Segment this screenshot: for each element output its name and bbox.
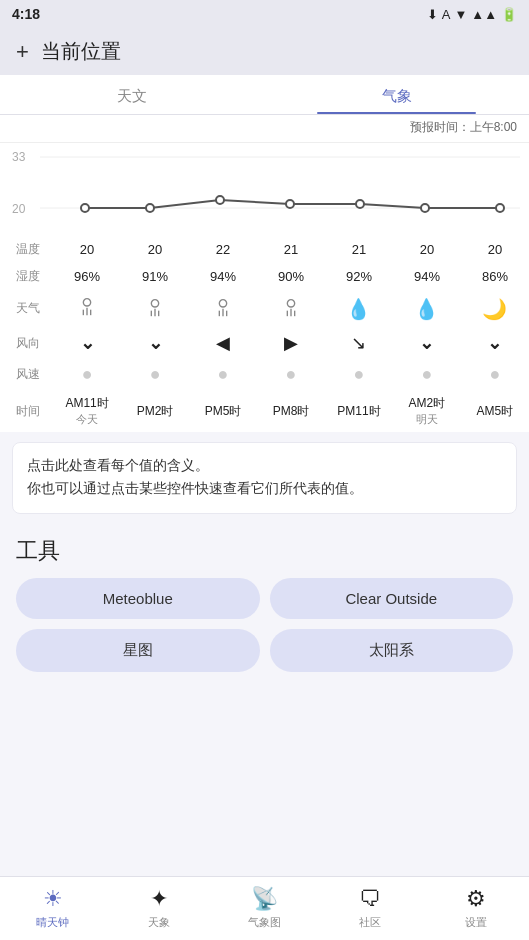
wind-speed-cell: ●	[189, 359, 257, 390]
nav-community[interactable]: 🗨 社区	[317, 886, 423, 930]
bottom-navigation: ☀ 晴天钟 ✦ 天象 📡 气象图 🗨 社区 ⚙ 设置	[0, 876, 529, 940]
wind-speed-cell: ●	[53, 359, 121, 390]
nav-weather-map-label: 气象图	[248, 915, 281, 930]
temp-cell: 21	[257, 236, 325, 263]
star-icon: ✦	[150, 886, 168, 912]
weather-icon-cell	[121, 290, 189, 327]
svg-point-23	[287, 300, 294, 307]
humidity-cell: 92%	[325, 263, 393, 290]
gear-icon: ⚙	[466, 886, 486, 912]
wind-speed-cell: ●	[325, 359, 393, 390]
tools-section: 工具 Meteoblue Clear Outside 星图 太阳系	[0, 524, 529, 686]
nav-sky-events[interactable]: ✦ 天象	[106, 886, 212, 930]
svg-point-11	[83, 299, 90, 306]
star-chart-button[interactable]: 星图	[16, 629, 260, 672]
tab-bar: 天文 气象	[0, 75, 529, 115]
wind-speed-cell: ●	[393, 359, 461, 390]
status-icons: ⬇ A ▼ ▲▲ 🔋	[427, 7, 517, 22]
svg-point-10	[496, 204, 504, 212]
weather-icon-cell	[257, 290, 325, 327]
wind-dir-cell: ⌄	[393, 327, 461, 359]
wind-speed-cell: ●	[121, 359, 189, 390]
wind-dir-cell: ⌄	[121, 327, 189, 359]
nav-community-label: 社区	[359, 915, 381, 930]
wifi-icon: ▼	[454, 7, 467, 22]
tab-weather[interactable]: 气象	[265, 75, 530, 114]
status-bar: 4:18 ⬇ A ▼ ▲▲ 🔋	[0, 0, 529, 28]
humidity-cell: 94%	[189, 263, 257, 290]
wind-dir-cell: ⌄	[53, 327, 121, 359]
svg-text:20: 20	[12, 202, 26, 216]
temp-cell: 20	[53, 236, 121, 263]
time-cell: AM5时	[461, 390, 529, 432]
time-cell: AM11时今天	[53, 390, 121, 432]
nav-sunny-clock-label: 晴天钟	[36, 915, 69, 930]
temp-cell: 20	[121, 236, 189, 263]
signal-icon: ▲▲	[471, 7, 497, 22]
sun-icon: ☀	[43, 886, 63, 912]
wind-dir-label: 风向	[0, 327, 53, 359]
nav-sky-events-label: 天象	[148, 915, 170, 930]
humidity-cell: 96%	[53, 263, 121, 290]
tools-title: 工具	[16, 536, 513, 566]
location-title: 当前位置	[41, 38, 121, 65]
temp-cell: 20	[393, 236, 461, 263]
svg-point-7	[286, 200, 294, 208]
humidity-cell: 86%	[461, 263, 529, 290]
time-cell: PM5时	[189, 390, 257, 432]
temp-cell: 22	[189, 236, 257, 263]
weather-icon-cell: 💧	[393, 290, 461, 327]
time-cell: PM2时	[121, 390, 189, 432]
svg-point-6	[216, 196, 224, 204]
humidity-cell: 91%	[121, 263, 189, 290]
forecast-time: 预报时间：上午8:00	[0, 115, 529, 143]
solar-system-button[interactable]: 太阳系	[270, 629, 514, 672]
temp-cell: 21	[325, 236, 393, 263]
download-icon: ⬇	[427, 7, 438, 22]
app-header: + 当前位置	[0, 28, 529, 75]
weather-icon-row: 天气 💧 💧 🌙	[0, 290, 529, 327]
tools-grid: Meteoblue Clear Outside 星图 太阳系	[16, 578, 513, 672]
humidity-label: 湿度	[0, 263, 53, 290]
temperature-chart: 33 20	[0, 143, 529, 236]
wind-dir-cell: ▶	[257, 327, 325, 359]
nav-settings[interactable]: ⚙ 设置	[423, 886, 529, 930]
wind-speed-row: 风速 ● ● ● ● ● ● ●	[0, 359, 529, 390]
satellite-icon: 📡	[251, 886, 278, 912]
nav-sunny-clock[interactable]: ☀ 晴天钟	[0, 886, 106, 930]
add-location-button[interactable]: +	[16, 39, 29, 65]
wind-dir-cell: ↘	[325, 327, 393, 359]
notification-icon: A	[442, 7, 451, 22]
nav-settings-label: 设置	[465, 915, 487, 930]
svg-point-15	[151, 300, 158, 307]
time-cell: AM2时明天	[393, 390, 461, 432]
svg-point-9	[421, 204, 429, 212]
time-label: 时间	[0, 390, 53, 432]
svg-point-19	[219, 300, 226, 307]
clear-outside-button[interactable]: Clear Outside	[270, 578, 514, 619]
info-line-1: 点击此处查看每个值的含义。	[27, 455, 502, 478]
wind-speed-cell: ●	[461, 359, 529, 390]
svg-point-5	[146, 204, 154, 212]
svg-point-4	[81, 204, 89, 212]
weather-icon-cell: 🌙	[461, 290, 529, 327]
meteoblue-button[interactable]: Meteoblue	[16, 578, 260, 619]
info-line-2: 你也可以通过点击某些控件快速查看它们所代表的值。	[27, 478, 502, 501]
wind-direction-row: 风向 ⌄ ⌄ ◀ ▶ ↘ ⌄ ⌄	[0, 327, 529, 359]
svg-point-8	[356, 200, 364, 208]
info-box[interactable]: 点击此处查看每个值的含义。 你也可以通过点击某些控件快速查看它们所代表的值。	[12, 442, 517, 514]
nav-weather-map[interactable]: 📡 气象图	[212, 886, 318, 930]
humidity-cell: 94%	[393, 263, 461, 290]
time-cell: PM11时	[325, 390, 393, 432]
weather-data-table: 温度 20 20 22 21 21 20 20 湿度 96% 91% 94% 9…	[0, 236, 529, 432]
weather-scroll-container[interactable]: 33 20 温度 20 20 22 21	[0, 143, 529, 432]
humidity-row: 湿度 96% 91% 94% 90% 92% 94% 86%	[0, 263, 529, 290]
time-row: 时间 AM11时今天 PM2时 PM5时 PM8时 PM11时 AM2时明天 A…	[0, 390, 529, 432]
weather-icon-cell: 💧	[325, 290, 393, 327]
humidity-cell: 90%	[257, 263, 325, 290]
tab-astronomy[interactable]: 天文	[0, 75, 265, 114]
weather-icon-cell	[53, 290, 121, 327]
svg-text:33: 33	[12, 150, 26, 164]
wind-speed-cell: ●	[257, 359, 325, 390]
battery-icon: 🔋	[501, 7, 517, 22]
